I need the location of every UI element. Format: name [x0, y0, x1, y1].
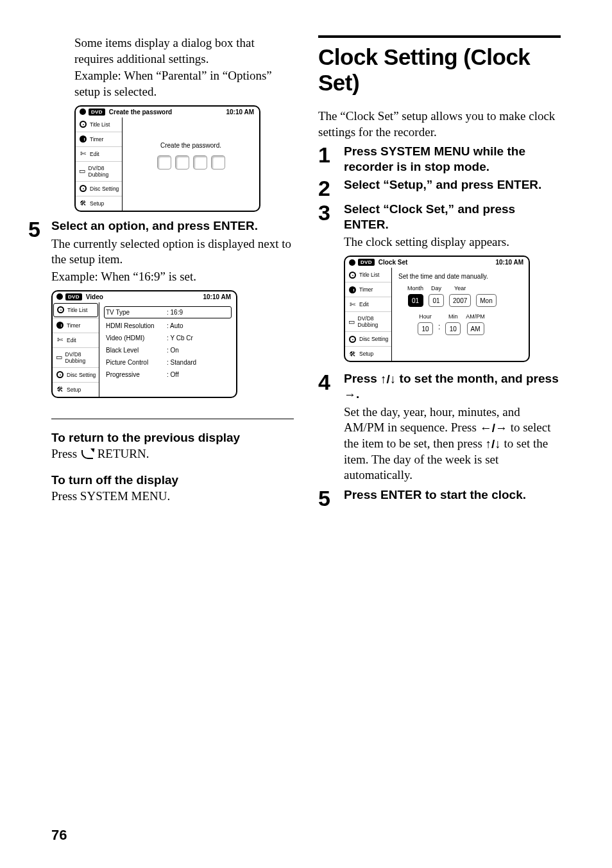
page-number: 76	[51, 827, 67, 844]
nav-edit: Edit	[90, 151, 99, 157]
field-dow: Mon	[476, 294, 496, 307]
nav-disc: Disc Setting	[67, 372, 96, 378]
return-icon	[81, 450, 93, 459]
setting-row: TV Type 16:9	[105, 307, 231, 318]
step-number-2: 2	[318, 177, 344, 199]
label-ampm: AM/PM	[466, 313, 485, 320]
setting-row: Black Level On	[106, 344, 230, 356]
step-number-5r: 5	[318, 487, 344, 509]
step-number-3: 3	[318, 202, 344, 223]
setting-key: Progressive	[106, 371, 167, 378]
media-chip: DVD	[358, 259, 375, 266]
step2-head: Select “Setup,” and press ENTER.	[344, 177, 561, 193]
updown-arrow-icon: ↑/↓	[486, 438, 501, 450]
osd-nav: Title List Timer Edit DV/D8 Dubbing Disc…	[345, 268, 392, 361]
step3-body: The clock setting display appears.	[344, 234, 561, 250]
setting-row: Progressive Off	[106, 369, 230, 381]
media-chip: DVD	[65, 293, 82, 300]
time-colon: :	[438, 322, 440, 331]
left-intro-2: Example: When “Parental” in “Options” se…	[74, 68, 294, 100]
step4-body: Set the day, year, hour, minutes, and AM…	[344, 404, 561, 483]
video-settings-list: TV Type 16:9 HDMI Resolution Auto Video …	[99, 302, 236, 397]
disc-setting-icon	[78, 185, 87, 193]
right-arrow-icon: →	[344, 388, 356, 401]
label-day: Day	[431, 285, 441, 292]
right-intro: The “Clock Set” setup allows you to make…	[318, 108, 561, 140]
sub-off-body: Press SYSTEM MENU.	[51, 489, 294, 505]
left-intro-1: Some items display a dialog box that req…	[74, 35, 294, 67]
nav-edit: Edit	[359, 301, 369, 308]
setting-value: On	[167, 347, 179, 354]
field-day: 01	[429, 294, 444, 307]
setup-icon	[55, 386, 64, 394]
step4-head: Press ↑/↓ to set the month, and press →.	[344, 371, 561, 402]
password-boxes	[129, 155, 253, 169]
field-month: 01	[408, 294, 423, 307]
osd-video: DVD Video 10:10 AM Title List Timer Edit…	[51, 290, 237, 398]
sub-return-head: To return to the previous display	[51, 431, 294, 445]
setting-value: Standard	[167, 359, 196, 366]
timer-icon	[78, 135, 87, 143]
setting-value: Auto	[167, 322, 183, 329]
nav-title-list: Title List	[67, 307, 87, 313]
label-month: Month	[407, 285, 423, 292]
edit-icon	[78, 150, 87, 158]
media-chip: DVD	[89, 108, 105, 116]
title-list-icon	[78, 121, 87, 128]
setup-icon	[348, 350, 357, 358]
disc-setting-icon	[348, 335, 357, 343]
dubbing-icon	[348, 318, 355, 326]
nav-timer: Timer	[67, 322, 80, 329]
nav-title-list: Title List	[359, 272, 379, 278]
title-list-icon	[348, 271, 357, 279]
section-title: Clock Setting (Clock Set)	[318, 44, 561, 96]
edit-icon	[348, 300, 357, 308]
setting-key: HDMI Resolution	[106, 322, 167, 329]
setting-value: 16:9	[167, 309, 183, 316]
step1-head: Press SYSTEM MENU while the recorder is …	[344, 144, 561, 175]
timer-icon	[348, 286, 357, 293]
step-number-1: 1	[318, 144, 344, 166]
osd-create-password: DVD Create the password 10:10 AM Title L…	[74, 105, 260, 212]
nav-setup: Setup	[90, 200, 104, 207]
nav-timer: Timer	[359, 286, 373, 293]
title-list-icon	[56, 306, 65, 314]
label-year: Year	[454, 285, 466, 292]
record-dot-icon	[80, 108, 86, 115]
leftright-arrow-icon: ←/→	[480, 422, 507, 434]
step5r-head: Press ENTER to start the clock.	[344, 487, 561, 503]
step-number-4: 4	[318, 371, 344, 393]
setting-key: Picture Control	[106, 359, 167, 366]
step5-body-2: Example: When “16:9” is set.	[51, 269, 294, 285]
osd-title: Clock Set	[378, 259, 496, 266]
setting-key: TV Type	[106, 309, 167, 316]
password-digit	[211, 155, 225, 169]
nav-title-list: Title List	[90, 121, 110, 128]
setting-key: Video (HDMI)	[106, 334, 167, 342]
osd-clock: 10:10 AM	[226, 108, 254, 116]
edit-icon	[55, 336, 64, 344]
osd-clock: 10:10 AM	[203, 293, 231, 300]
step5-body-1: The currently selected option is display…	[51, 236, 294, 268]
setting-key: Black Level	[106, 347, 167, 354]
label-hour: Hour	[419, 313, 432, 320]
osd-clock: 10:10 AM	[495, 259, 523, 266]
timer-icon	[55, 322, 64, 329]
record-dot-icon	[349, 259, 355, 266]
dubbing-icon	[55, 354, 63, 361]
field-hour: 10	[418, 322, 433, 335]
nav-edit: Edit	[67, 337, 76, 343]
nav-disc: Disc Setting	[359, 336, 388, 342]
osd-nav: Title List Timer Edit DV/D8 Dubbing Disc…	[76, 117, 123, 211]
password-digit	[193, 155, 207, 169]
step3-head: Select “Clock Set,” and press ENTER.	[344, 202, 561, 232]
sub-off-head: To turn off the display	[51, 473, 294, 487]
step5-head: Select an option, and press ENTER.	[51, 218, 294, 234]
nav-dub: DV/D8 Dubbing	[89, 165, 120, 178]
password-digit	[175, 155, 189, 169]
field-min: 10	[445, 322, 461, 335]
password-digit	[157, 155, 171, 169]
setting-row: Picture Control Standard	[106, 356, 230, 369]
setup-icon	[78, 200, 87, 207]
label-min: Min	[448, 313, 458, 320]
